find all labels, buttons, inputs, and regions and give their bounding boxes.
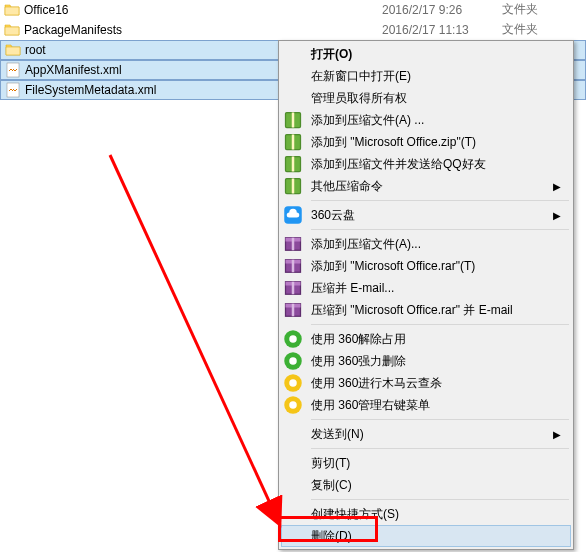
file-date: 2016/2/17 11:13 bbox=[382, 23, 502, 37]
blank-icon bbox=[283, 453, 303, 473]
chevron-right-icon: ▶ bbox=[553, 181, 563, 192]
menu-item[interactable]: 复制(C) bbox=[281, 474, 571, 496]
folder-row[interactable]: PackageManifests2016/2/17 11:13文件夹 bbox=[0, 20, 586, 40]
blank-icon bbox=[283, 44, 303, 64]
file-type: 文件夹 bbox=[502, 21, 582, 38]
menu-item[interactable]: 其他压缩命令▶ bbox=[281, 175, 571, 197]
folder-row[interactable]: Office162016/2/17 9:26文件夹 bbox=[0, 0, 586, 20]
zip-icon bbox=[283, 154, 303, 174]
blank-icon bbox=[283, 424, 303, 444]
menu-item-label: 在新窗口中打开(E) bbox=[311, 68, 563, 85]
menu-item-label: 添加到 "Microsoft Office.zip"(T) bbox=[311, 134, 563, 151]
menu-item[interactable]: 创建快捷方式(S) bbox=[281, 503, 571, 525]
cloud-icon bbox=[283, 205, 303, 225]
blank-icon bbox=[283, 504, 303, 524]
chevron-right-icon: ▶ bbox=[553, 429, 563, 440]
folder-icon bbox=[4, 22, 20, 38]
menu-item-label: 添加到压缩文件(A) ... bbox=[311, 112, 563, 129]
file-date: 2016/2/17 9:26 bbox=[382, 3, 502, 17]
menu-item-label: 复制(C) bbox=[311, 477, 563, 494]
svg-rect-16 bbox=[292, 260, 295, 273]
menu-item[interactable]: 打开(O) bbox=[281, 43, 571, 65]
rar-icon bbox=[283, 256, 303, 276]
menu-item-label: 使用 360管理右键菜单 bbox=[311, 397, 563, 414]
menu-separator bbox=[311, 419, 569, 420]
360y-icon bbox=[283, 373, 303, 393]
menu-item-label: 剪切(T) bbox=[311, 455, 563, 472]
file-type: 文件夹 bbox=[502, 1, 582, 18]
svg-rect-1 bbox=[7, 83, 19, 97]
menu-item-label: 压缩到 "Microsoft Office.rar" 并 E-mail bbox=[311, 302, 563, 319]
menu-item-label: 添加到压缩文件(A)... bbox=[311, 236, 563, 253]
menu-item[interactable]: 压缩到 "Microsoft Office.rar" 并 E-mail bbox=[281, 299, 571, 321]
file-name: PackageManifests bbox=[24, 23, 382, 37]
svg-point-26 bbox=[289, 357, 297, 365]
rar-icon bbox=[283, 234, 303, 254]
svg-rect-5 bbox=[292, 135, 295, 150]
folder-icon bbox=[4, 2, 20, 18]
blank-icon bbox=[283, 526, 303, 546]
menu-item[interactable]: 发送到(N)▶ bbox=[281, 423, 571, 445]
menu-item-label: 添加到压缩文件并发送给QQ好友 bbox=[311, 156, 563, 173]
blank-icon bbox=[283, 66, 303, 86]
rar-icon bbox=[283, 300, 303, 320]
menu-item[interactable]: 在新窗口中打开(E) bbox=[281, 65, 571, 87]
context-menu: 打开(O)在新窗口中打开(E)管理员取得所有权添加到压缩文件(A) ...添加到… bbox=[278, 40, 574, 550]
menu-item-label: 使用 360强力删除 bbox=[311, 353, 563, 370]
svg-point-24 bbox=[289, 335, 297, 343]
menu-separator bbox=[311, 229, 569, 230]
annotation-arrow bbox=[105, 150, 290, 530]
file-name: Office16 bbox=[24, 3, 382, 17]
menu-separator bbox=[311, 448, 569, 449]
menu-item[interactable]: 使用 360进行木马云查杀 bbox=[281, 372, 571, 394]
360y-icon bbox=[283, 395, 303, 415]
svg-point-30 bbox=[289, 401, 297, 409]
menu-item-label: 添加到 "Microsoft Office.rar"(T) bbox=[311, 258, 563, 275]
360-icon bbox=[283, 329, 303, 349]
menu-item-label: 管理员取得所有权 bbox=[311, 90, 563, 107]
zip-icon bbox=[283, 176, 303, 196]
svg-line-31 bbox=[110, 155, 280, 525]
xml-file-icon bbox=[5, 62, 21, 78]
menu-item-label: 创建快捷方式(S) bbox=[311, 506, 563, 523]
zip-icon bbox=[283, 110, 303, 130]
svg-rect-9 bbox=[292, 179, 295, 194]
menu-item[interactable]: 使用 360强力删除 bbox=[281, 350, 571, 372]
menu-item[interactable]: 剪切(T) bbox=[281, 452, 571, 474]
rar-icon bbox=[283, 278, 303, 298]
menu-item-label: 删除(D) bbox=[311, 528, 563, 545]
folder-icon bbox=[5, 42, 21, 58]
menu-item-label: 360云盘 bbox=[311, 207, 553, 224]
chevron-right-icon: ▶ bbox=[553, 210, 563, 221]
menu-item-label: 使用 360进行木马云查杀 bbox=[311, 375, 563, 392]
menu-item-label: 发送到(N) bbox=[311, 426, 553, 443]
zip-icon bbox=[283, 132, 303, 152]
menu-separator bbox=[311, 499, 569, 500]
menu-item[interactable]: 添加到 "Microsoft Office.rar"(T) bbox=[281, 255, 571, 277]
menu-item-label: 打开(O) bbox=[311, 46, 563, 63]
blank-icon bbox=[283, 88, 303, 108]
menu-separator bbox=[311, 324, 569, 325]
menu-item[interactable]: 添加到压缩文件并发送给QQ好友 bbox=[281, 153, 571, 175]
menu-item[interactable]: 使用 360解除占用 bbox=[281, 328, 571, 350]
menu-item-label: 使用 360解除占用 bbox=[311, 331, 563, 348]
menu-item[interactable]: 添加到压缩文件(A) ... bbox=[281, 109, 571, 131]
menu-item[interactable]: 使用 360管理右键菜单 bbox=[281, 394, 571, 416]
menu-item-label: 其他压缩命令 bbox=[311, 178, 553, 195]
menu-item[interactable]: 360云盘▶ bbox=[281, 204, 571, 226]
svg-rect-3 bbox=[292, 113, 295, 128]
svg-rect-22 bbox=[292, 304, 295, 317]
svg-rect-19 bbox=[292, 282, 295, 295]
menu-item[interactable]: 删除(D) bbox=[281, 525, 571, 547]
menu-item[interactable]: 压缩并 E-mail... bbox=[281, 277, 571, 299]
svg-point-28 bbox=[289, 379, 297, 387]
menu-separator bbox=[311, 200, 569, 201]
menu-item[interactable]: 管理员取得所有权 bbox=[281, 87, 571, 109]
svg-rect-13 bbox=[292, 238, 295, 251]
menu-item[interactable]: 添加到 "Microsoft Office.zip"(T) bbox=[281, 131, 571, 153]
360-icon bbox=[283, 351, 303, 371]
svg-rect-0 bbox=[7, 63, 19, 77]
blank-icon bbox=[283, 475, 303, 495]
menu-item[interactable]: 添加到压缩文件(A)... bbox=[281, 233, 571, 255]
xml-file-icon bbox=[5, 82, 21, 98]
